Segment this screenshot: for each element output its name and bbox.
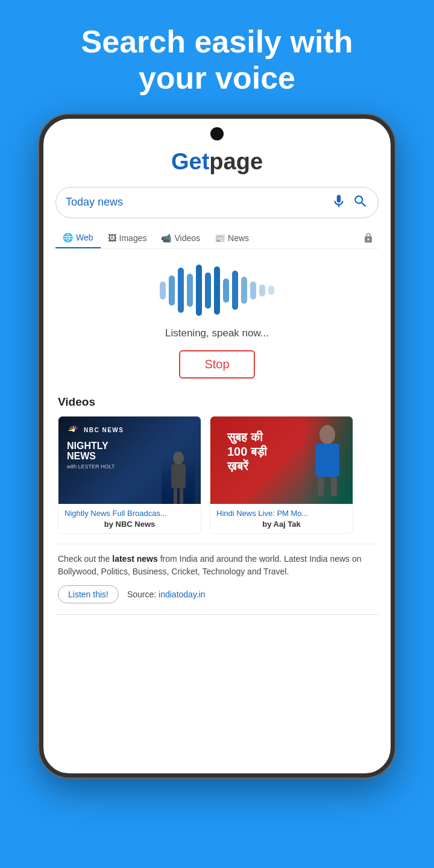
app-logo: Getpage bbox=[55, 149, 379, 175]
tab-videos[interactable]: 📹 Videos bbox=[154, 228, 207, 248]
description-actions: Listen this! Source: indiatoday.in bbox=[58, 585, 376, 603]
wave-bar-10 bbox=[241, 277, 247, 304]
phone-mockup: Getpage Today news bbox=[21, 115, 413, 868]
phone-content: Getpage Today news bbox=[43, 119, 391, 773]
videos-title: Videos bbox=[58, 395, 376, 409]
search-bar[interactable]: Today news bbox=[55, 187, 379, 218]
nbc-peacock-icon bbox=[67, 424, 80, 437]
video-source-hindi: by Aaj Tak bbox=[216, 520, 347, 529]
video-info-nbc: Nightly News Full Broadcas... by NBC New… bbox=[58, 504, 201, 533]
source-link[interactable]: indiatoday.in bbox=[159, 590, 206, 599]
wave-bar-12 bbox=[259, 285, 265, 297]
camera-notch bbox=[210, 127, 224, 140]
person-silhouette bbox=[309, 424, 345, 496]
video-thumb-nbc: NBC NEWS NIGHTLYNEWS with LESTER HOLT bbox=[58, 417, 201, 504]
stop-button-container: Stop bbox=[55, 350, 379, 379]
svg-rect-10 bbox=[174, 488, 177, 504]
tab-web[interactable]: 🌐 Web bbox=[55, 228, 101, 248]
svg-point-12 bbox=[319, 425, 335, 444]
search-input-value: Today news bbox=[66, 196, 331, 209]
tab-images-icon: 🖼 bbox=[108, 233, 116, 243]
svg-point-7 bbox=[72, 429, 75, 431]
nav-tabs: 🌐 Web 🖼 Images 📹 Videos 📰 News bbox=[55, 228, 379, 249]
tab-videos-label: Videos bbox=[174, 233, 200, 243]
logo-page: page bbox=[209, 149, 263, 174]
video-link-hindi[interactable]: Hindi News Live: PM Mo... bbox=[216, 509, 347, 518]
headline-text: Search easily with your voice bbox=[45, 0, 389, 115]
video-thumb-hindi: सुबह की100 बड़ीख़बरें bbox=[210, 417, 353, 504]
stop-button[interactable]: Stop bbox=[179, 350, 254, 379]
tab-news[interactable]: 📰 News bbox=[207, 228, 256, 248]
tab-news-icon: 📰 bbox=[215, 233, 225, 243]
tab-web-icon: 🌐 bbox=[63, 233, 73, 242]
svg-rect-14 bbox=[318, 477, 324, 496]
logo-get: Get bbox=[171, 149, 209, 174]
source-label: Source: indiatoday.in bbox=[127, 590, 206, 599]
wave-bar-9 bbox=[232, 271, 238, 310]
svg-rect-15 bbox=[331, 477, 337, 496]
wave-bar-5 bbox=[196, 265, 202, 316]
wave-bar-11 bbox=[250, 281, 256, 300]
mic-icon[interactable] bbox=[331, 193, 347, 212]
search-icon[interactable] bbox=[353, 193, 368, 212]
listen-button[interactable]: Listen this! bbox=[58, 585, 119, 603]
svg-point-8 bbox=[173, 451, 184, 465]
tab-videos-icon: 📹 bbox=[161, 233, 171, 243]
listening-text: Listening, speak now... bbox=[55, 327, 379, 339]
video-link-nbc[interactable]: Nightly News Full Broadcas... bbox=[64, 509, 195, 518]
wave-bar-4 bbox=[187, 274, 193, 307]
wave-bar-3 bbox=[178, 268, 184, 313]
wave-bar-1 bbox=[160, 281, 166, 300]
tab-web-label: Web bbox=[76, 233, 93, 242]
video-cards: NBC NEWS NIGHTLYNEWS with LESTER HOLT bbox=[58, 416, 376, 534]
video-info-hindi: Hindi News Live: PM Mo... by Aaj Tak bbox=[210, 504, 353, 533]
desc-bold: latest news bbox=[112, 554, 157, 564]
wave-bar-13 bbox=[268, 286, 274, 295]
phone-frame: Getpage Today news bbox=[39, 115, 395, 778]
voice-wave bbox=[55, 263, 379, 318]
search-icons bbox=[331, 193, 368, 212]
tab-images[interactable]: 🖼 Images bbox=[101, 228, 154, 248]
svg-rect-9 bbox=[171, 464, 186, 488]
wave-bar-2 bbox=[169, 275, 175, 306]
wave-bar-6 bbox=[205, 272, 211, 309]
videos-section: Videos bbox=[55, 395, 379, 534]
video-card-hindi[interactable]: सुबह की100 बड़ीख़बरें bbox=[210, 416, 353, 534]
video-source-nbc: by NBC News bbox=[64, 520, 195, 529]
svg-rect-13 bbox=[315, 444, 339, 477]
video-card-nbc[interactable]: NBC NEWS NIGHTLYNEWS with LESTER HOLT bbox=[58, 416, 201, 534]
description-section: Check out the latest news from India and… bbox=[55, 544, 379, 608]
tab-images-label: Images bbox=[119, 233, 147, 243]
svg-rect-11 bbox=[180, 488, 183, 504]
anchor-silhouette bbox=[166, 450, 190, 504]
tab-lock bbox=[358, 228, 379, 248]
bottom-divider bbox=[55, 614, 379, 615]
wave-bar-7 bbox=[214, 266, 220, 315]
tab-news-label: News bbox=[228, 233, 249, 243]
wave-bar-8 bbox=[223, 278, 229, 303]
description-text: Check out the latest news from India and… bbox=[58, 553, 376, 578]
